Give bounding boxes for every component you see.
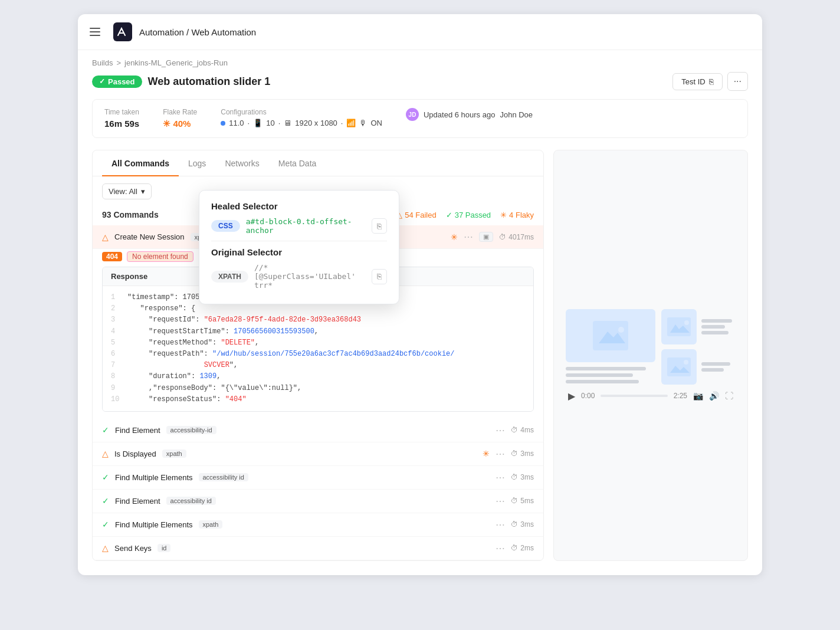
copy-xpath-button[interactable]: ⎘ xyxy=(372,269,387,284)
right-panel: ▶ 0:00 2:25 📷 🔊 ⛶ xyxy=(553,150,748,561)
clock-icon: ⏱ xyxy=(499,233,506,241)
thumb-placeholder xyxy=(661,309,697,344)
screenshot-main xyxy=(566,309,655,383)
command-row[interactable]: ✓ Find Multiple Elements accessibility i… xyxy=(93,466,543,490)
pass-icon: ✓ xyxy=(102,496,109,506)
cmd-tag: xpath xyxy=(162,449,186,458)
meta-browser: 11.0 xyxy=(229,119,244,127)
meta-status: ON xyxy=(370,119,382,127)
page-title-actions: Test ID ⎘ ··· xyxy=(672,72,748,91)
healed-title: Healed Selector xyxy=(211,201,387,211)
text-line xyxy=(566,373,633,377)
fail-icon: △ xyxy=(102,232,109,242)
tab-networks[interactable]: Networks xyxy=(215,150,268,176)
test-id-button[interactable]: Test ID ⎘ xyxy=(672,73,722,90)
resolution-icon: 🖥 xyxy=(284,119,291,127)
tabs-row: All Commands Logs Networks Meta Data xyxy=(93,150,543,176)
video-preview: ▶ 0:00 2:25 📷 🔊 ⛶ xyxy=(554,150,747,560)
breadcrumb: Builds > jenkins-ML_Generic_jobs-Run xyxy=(78,50,762,67)
more-options-icon[interactable]: ⋯ xyxy=(496,448,505,460)
page-title-left: ✓ Passed Web automation slider 1 xyxy=(92,76,270,88)
command-row[interactable]: △ Is Displayed xpath ✳ ⋯ ⏱3ms xyxy=(93,442,543,466)
code-line: 8 "duration": 1309, xyxy=(111,371,525,382)
play-button[interactable]: ▶ xyxy=(568,391,575,402)
tab-logs[interactable]: Logs xyxy=(179,150,215,176)
cmd-time: ⏱4017ms xyxy=(499,233,534,241)
meta-flake-label: Flake Rate xyxy=(163,108,197,116)
screenshot-thumbnails xyxy=(661,309,736,385)
css-tag: CSS xyxy=(211,220,240,232)
commands-count: 93 Commands xyxy=(102,210,159,219)
command-row[interactable]: ✓ Find Element accessibility-id ⋯ ⏱4ms xyxy=(93,419,543,442)
updated-label: Updated 6 hours ago xyxy=(424,110,495,119)
clock-icon: ⏱ xyxy=(511,497,518,505)
clock-icon: ⏱ xyxy=(511,520,518,529)
cmd-time: ⏱3ms xyxy=(511,473,534,481)
meta-flake-rate: Flake Rate ✳ 40% xyxy=(163,108,197,129)
code-line: 9 ,"responseBody": "{\"value\":null}", xyxy=(111,383,525,394)
healed-row: CSS a#td-block-0.td-offset-anchor ⎘ xyxy=(211,217,387,235)
command-row[interactable]: ✓ Find Element accessibility id ⋯ ⏱5ms xyxy=(93,490,543,513)
volume-icon[interactable]: 🔊 xyxy=(709,391,719,401)
cmd-tag: accessibility-id xyxy=(166,426,216,434)
command-row[interactable]: ✓ Find Multiple Elements xpath ⋯ ⏱3ms xyxy=(93,513,543,537)
more-options-icon[interactable]: ⋯ xyxy=(496,519,505,530)
meta-time-value: 16m 59s xyxy=(104,119,139,129)
status-badge: ✓ Passed xyxy=(92,76,142,88)
more-options-icon[interactable]: ⋯ xyxy=(496,472,505,483)
cmd-tag: xpath xyxy=(199,520,223,529)
fail-icon: △ xyxy=(102,449,109,458)
clock-icon: ⏱ xyxy=(511,426,518,434)
screenshot-area xyxy=(566,309,736,385)
more-options-icon[interactable]: ⋯ xyxy=(496,425,505,436)
progress-bar[interactable] xyxy=(601,395,667,397)
code-line: 4 "requestStartTime": 170566560031559350… xyxy=(111,326,525,337)
device-icon: 📱 xyxy=(253,119,262,127)
tab-meta-data[interactable]: Meta Data xyxy=(269,150,326,176)
svg-point-3 xyxy=(618,327,624,333)
no-element-badge: No element found xyxy=(127,251,193,262)
code-line: 10 "responseStatus": "404" xyxy=(111,394,525,405)
breadcrumb-builds[interactable]: Builds xyxy=(92,58,113,67)
status-badge-label: Passed xyxy=(108,77,135,86)
original-title: Original Selector xyxy=(211,247,387,257)
response-code: 1"timestamp": 1705665601625252000, 2 "re… xyxy=(103,286,533,411)
code-line: 2 "response": { xyxy=(111,303,525,314)
more-options-icon[interactable]: ⋯ xyxy=(496,496,505,507)
more-options-icon[interactable]: ⋯ xyxy=(496,543,505,554)
svg-point-9 xyxy=(684,360,688,365)
breadcrumb-separator: > xyxy=(116,58,121,67)
thumb-lines xyxy=(701,362,736,372)
more-options-icon[interactable]: ⋯ xyxy=(464,231,473,242)
tab-all-commands[interactable]: All Commands xyxy=(102,150,179,176)
error-404-badge: 404 xyxy=(102,252,122,261)
code-line: 3 "requestId": "6a7eda28-9f5f-4add-82de-… xyxy=(111,314,525,326)
cmd-time: ⏱3ms xyxy=(511,449,534,458)
screenshot-placeholder-main xyxy=(566,309,655,362)
screenshot-icon[interactable]: 📷 xyxy=(693,391,703,401)
text-line xyxy=(566,367,646,370)
cmd-name: Find Multiple Elements xyxy=(115,473,193,482)
meta-configurations: Configurations 11.0 · 📱 10 · 🖥 1920 x 10… xyxy=(221,108,382,127)
command-row[interactable]: △ Send Keys id ⋯ ⏱2ms xyxy=(93,537,543,560)
xpath-value: //*[@SuperClass='UILabel' trr* xyxy=(254,263,366,290)
left-panel: All Commands Logs Networks Meta Data Vie… xyxy=(92,150,544,561)
audio-icon: 🎙 xyxy=(359,119,367,127)
more-button[interactable]: ··· xyxy=(727,72,748,91)
clock-icon: ⏱ xyxy=(511,473,518,481)
app-header: Automation / Web Automation xyxy=(78,14,762,50)
code-line: 5 "requestMethod": "DELETE", xyxy=(111,337,525,349)
fullscreen-icon[interactable]: ⛶ xyxy=(725,391,733,401)
flaky-icon: ✳ xyxy=(500,211,507,219)
original-row: XPATH //*[@SuperClass='UILabel' trr* ⎘ xyxy=(211,263,387,290)
css-value: a#td-block-0.td-offset-anchor xyxy=(246,217,366,235)
flake-icon: ✳ xyxy=(483,449,490,458)
copy-css-button[interactable]: ⎘ xyxy=(372,218,387,234)
hamburger-button[interactable] xyxy=(90,24,106,40)
cmd-name: Create New Session xyxy=(114,232,185,241)
command-row[interactable]: △ Create New Session xpath /Users/ltadmi… xyxy=(93,225,543,249)
clock-icon: ⏱ xyxy=(511,449,518,458)
cmd-name: Find Element xyxy=(115,426,160,435)
stat-failed: △ 54 Failed xyxy=(396,211,436,219)
view-select[interactable]: View: All ▾ xyxy=(102,183,152,199)
